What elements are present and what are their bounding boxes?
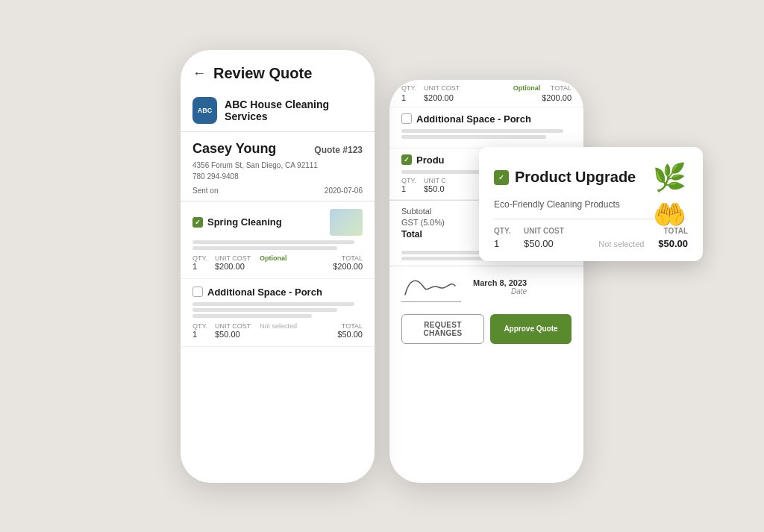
additional-space-name: Additional Space - Porch (207, 287, 322, 298)
desc-line (192, 314, 312, 318)
rp-additional-space: Additional Space - Porch (389, 107, 583, 148)
upgrade-title-row: Product Upgrade (494, 169, 636, 186)
line-item-spring-cleaning: Spring Cleaning QTY. 1 UNIT COST $200.00 (181, 201, 375, 279)
sent-date: 2020-07-06 (325, 187, 363, 195)
total-col-2: TOTAL $50.00 (333, 322, 363, 339)
unit-cost-label: UNIT COST (215, 254, 260, 262)
leaf-hand-icon: 🌿🤲 (651, 159, 688, 196)
unit-cost-val-2: $50.00 (215, 330, 260, 339)
qty-label-2: QTY. (192, 322, 215, 330)
qty-val-2: 1 (192, 330, 215, 339)
top-qty-row: QTY. UNIT COST Optional TOTAL (389, 80, 583, 93)
phone-left-content: ← Review Quote ABC ABC House Cleaning Se… (181, 50, 375, 483)
uth-cost: UNIT COST (524, 227, 604, 235)
rp-desc-lines (401, 129, 572, 139)
total-val-2: $50.00 (333, 330, 363, 339)
rpu-cost-val: $50.0 (424, 184, 445, 193)
tq-optional-label: Optional (513, 84, 551, 92)
spring-cleaning-name: Spring Cleaning (207, 216, 282, 228)
rp-checkbox-upgrade[interactable] (401, 154, 412, 165)
optional-col: Optional (260, 254, 297, 262)
total-label-2: TOTAL (333, 322, 363, 330)
rpu-qty-label: QTY. (401, 177, 424, 184)
tq-total-label: TOTAL (551, 84, 572, 92)
company-name: ABC House Cleaning Services (225, 98, 363, 122)
phone-header: ← Review Quote (181, 50, 375, 90)
upgrade-table-row: 1 $50.00 Not selected $50.00 (494, 238, 688, 249)
action-buttons: REQUEST CHANGES Approve Quote (389, 308, 583, 356)
qty-label: QTY. (192, 254, 215, 262)
upgrade-card-checkbox[interactable] (494, 170, 509, 185)
tv-total-val: $200.00 (542, 93, 572, 102)
description-lines-2 (192, 302, 363, 318)
line-item-header-2: Additional Space - Porch (192, 287, 363, 298)
rp-upgrade-name-short: Produ (416, 154, 445, 166)
sent-row: Sent on 2020-07-06 (192, 187, 363, 195)
date-info: March 8, 2023 Date (473, 278, 527, 295)
date-value: March 8, 2023 (473, 278, 527, 287)
company-logo: ABC (192, 97, 217, 124)
subtotal-label: Subtotal (401, 207, 431, 216)
total-col: TOTAL $200.00 (333, 254, 363, 271)
signature-box (401, 272, 461, 302)
checkbox-additional-space[interactable] (192, 287, 203, 297)
desc-line (192, 308, 337, 312)
phone-right-content: QTY. UNIT COST Optional TOTAL 1 $200.00 … (389, 80, 583, 483)
qty-row-1: QTY. 1 UNIT COST $200.00 Optional TOTAL … (192, 254, 363, 271)
utv-cost: $50.00 (524, 238, 598, 249)
uth-total: TOTAL (664, 227, 688, 235)
total-label: TOTAL (333, 254, 363, 262)
unit-cost-val: $200.00 (215, 262, 260, 271)
utv-total: $50.00 (658, 238, 688, 249)
unit-cost-label-2: UNIT COST (215, 322, 260, 330)
customer-section: Casey Young Quote #123 4356 Forum St, Sa… (181, 132, 375, 201)
signature-underline (401, 301, 461, 302)
address-line2: 780 294-9408 (192, 172, 239, 181)
quote-number: Quote #123 (314, 145, 363, 155)
upgrade-card-title: Product Upgrade (515, 169, 636, 186)
top-val-row: 1 $200.00 $200.00 (389, 93, 583, 107)
desc-line (192, 302, 354, 306)
utv-qty: 1 (494, 238, 524, 249)
tq-qty-label: QTY. (401, 84, 424, 92)
customer-address: 4356 Forum St, San Diego, CA 92111 780 2… (192, 160, 363, 182)
rp-additional-header: Additional Space - Porch (401, 113, 572, 125)
upgrade-card-header: Product Upgrade 🌿🤲 (494, 159, 688, 196)
uth-qty: QTY. (494, 227, 524, 235)
rp-checkbox-additional[interactable] (401, 113, 412, 124)
unit-cost-col-2: UNIT COST $50.00 (215, 322, 260, 339)
sent-label: Sent on (192, 187, 218, 195)
signature-scribble (401, 272, 461, 304)
review-quote-title: Review Quote (213, 65, 312, 82)
back-arrow-icon[interactable]: ← (192, 66, 206, 81)
company-row: ABC ABC House Cleaning Services (181, 90, 375, 132)
tq-unit-label: UNIT COST (424, 84, 513, 92)
unit-cost-col: UNIT COST $200.00 (215, 254, 260, 271)
customer-name: Casey Young (192, 141, 276, 157)
qty-row-2: QTY. 1 UNIT COST $50.00 Not selected TOT… (192, 322, 363, 339)
desc-line (401, 135, 546, 139)
customer-row: Casey Young Quote #123 (192, 141, 363, 157)
checkbox-spring-cleaning[interactable] (192, 217, 203, 228)
gst-label: GST (5.0%) (401, 218, 445, 227)
approve-quote-button[interactable]: Approve Quote (490, 314, 572, 344)
total-val: $200.00 (333, 262, 363, 271)
scene: ← Review Quote ABC ABC House Cleaning Se… (46, 28, 718, 505)
line-item-header-1: Spring Cleaning (192, 209, 363, 236)
qty-val: 1 (192, 262, 215, 271)
qty-label-col-2: QTY. 1 (192, 322, 215, 339)
address-line1: 4356 Forum St, San Diego, CA 92111 (192, 161, 318, 169)
date-label: Date (473, 287, 527, 295)
uth-not-sel (604, 227, 664, 235)
upgrade-table-header: QTY. UNIT COST TOTAL (494, 227, 688, 235)
line-item-additional-space: Additional Space - Porch QTY. 1 UNIT COS… (181, 279, 375, 347)
qty-label-col: QTY. 1 (192, 254, 215, 271)
desc-line (401, 129, 563, 133)
desc-line (192, 240, 354, 244)
request-changes-button[interactable]: REQUEST CHANGES (401, 314, 484, 344)
description-lines-1 (192, 240, 363, 250)
phone-left: ← Review Quote ABC ABC House Cleaning Se… (181, 50, 375, 483)
rp-additional-name: Additional Space - Porch (416, 113, 531, 125)
desc-line (192, 246, 337, 250)
upgrade-card: Product Upgrade 🌿🤲 Eco-Friendly Cleaning… (479, 147, 703, 261)
